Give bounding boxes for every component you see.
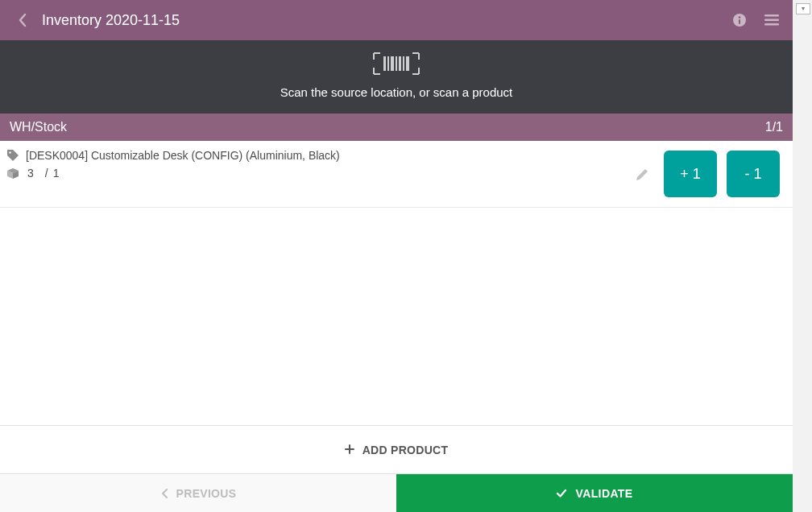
location-pager: 1/1 <box>765 120 783 134</box>
app-header: Inventory 2020-11-15 <box>0 0 793 40</box>
svg-rect-8 <box>391 56 394 71</box>
increment-button[interactable]: + 1 <box>664 151 717 197</box>
page-title: Inventory 2020-11-15 <box>42 12 731 29</box>
menu-button[interactable] <box>764 12 780 28</box>
svg-rect-12 <box>406 56 409 71</box>
svg-rect-4 <box>764 19 779 22</box>
svg-point-1 <box>739 16 741 19</box>
svg-rect-9 <box>396 56 397 71</box>
scan-banner: Scan the source location, or scan a prod… <box>0 40 793 114</box>
add-product-label: ADD PRODUCT <box>362 444 449 456</box>
validate-label: VALIDATE <box>575 487 632 500</box>
chevron-left-icon <box>18 13 27 27</box>
decrement-button[interactable]: - 1 <box>727 151 780 197</box>
hamburger-icon <box>764 14 780 27</box>
validate-button[interactable]: VALIDATE <box>396 474 793 512</box>
product-name: [DESK0004] Customizable Desk (CONFIG) (A… <box>26 149 340 162</box>
qty-separator: / <box>45 167 48 180</box>
empty-area <box>0 207 793 425</box>
product-line[interactable]: [DESK0004] Customizable Desk (CONFIG) (A… <box>0 141 793 208</box>
svg-rect-6 <box>383 56 386 71</box>
svg-rect-5 <box>764 23 779 26</box>
svg-rect-11 <box>403 56 404 71</box>
svg-rect-2 <box>739 19 740 24</box>
svg-point-13 <box>9 151 10 153</box>
outer-dropdown-hint: ▾ <box>796 3 810 14</box>
previous-label: PREVIOUS <box>176 487 237 500</box>
box-icon <box>6 167 19 179</box>
scan-hint-text: Scan the source location, or scan a prod… <box>280 85 513 99</box>
pencil-icon <box>635 166 651 182</box>
outer-app-sliver: ▾ <box>793 0 812 512</box>
info-icon <box>732 13 747 27</box>
back-button[interactable] <box>13 10 32 30</box>
footer-nav: PREVIOUS VALIDATE <box>0 473 793 512</box>
svg-rect-3 <box>764 14 779 17</box>
info-button[interactable] <box>731 12 748 28</box>
edit-button[interactable] <box>632 163 654 185</box>
qty-counted: 3 <box>27 167 34 180</box>
location-bar: WH/Stock 1/1 <box>0 114 793 141</box>
chevron-left-icon <box>160 488 168 499</box>
previous-button[interactable]: PREVIOUS <box>0 474 396 512</box>
location-name: WH/Stock <box>10 120 67 134</box>
add-product-button[interactable]: ADD PRODUCT <box>0 425 793 473</box>
qty-expected: 1 <box>53 167 60 180</box>
check-icon <box>556 489 567 498</box>
barcode-icon <box>372 52 420 76</box>
svg-rect-10 <box>399 56 401 71</box>
tag-icon <box>6 149 19 162</box>
svg-rect-7 <box>387 56 389 71</box>
plus-icon <box>345 444 354 456</box>
